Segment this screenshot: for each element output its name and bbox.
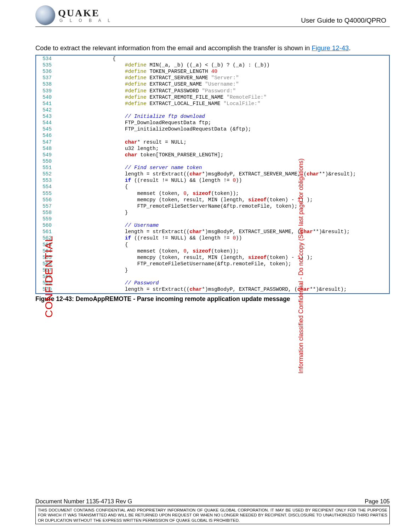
code-line: 542 (36, 107, 389, 113)
code-line: 549 char token[TOKEN_PARSER_LENGTH]; (36, 152, 389, 158)
code-line: 567 } (36, 267, 389, 273)
code-text: FTP_remoteFileSetServerName(&ftp.remoteF… (56, 203, 389, 209)
line-number: 551 (36, 164, 56, 171)
line-number: 544 (36, 120, 56, 126)
code-line: 539 #define EXTRACT_PASSWORD "Password:" (36, 88, 389, 94)
confidential-watermark-left: CONFIDENTIAL (43, 236, 55, 318)
page-number: Page 105 (365, 498, 390, 505)
line-number: 554 (36, 184, 56, 190)
code-text: char token[TOKEN_PARSER_LENGTH]; (56, 152, 389, 158)
code-line: 535 #define MIN(_a, _b) ((_a) < (_b) ? (… (36, 62, 389, 68)
code-line: 571 if ((result != NULL) && (length != 0… (36, 293, 389, 294)
line-number: 540 (36, 94, 56, 100)
code-line: 569 // Password (36, 280, 389, 286)
code-line: 536 #define TOKEN_PARSER_LENGTH 40 (36, 68, 389, 75)
code-text: #define EXTRACT_USER_NAME "Username:" (56, 81, 389, 87)
code-text: // Password (56, 280, 389, 286)
code-text: #define EXTRACT_LOCAL_FILE_NAME "LocalFi… (56, 100, 389, 107)
line-number: 543 (36, 113, 56, 120)
code-text (56, 158, 389, 164)
code-text: } (56, 267, 389, 273)
code-text (56, 107, 389, 113)
line-number: 553 (36, 177, 56, 184)
line-number: 559 (36, 216, 56, 222)
code-line: 551 // Find server name token (36, 164, 389, 171)
line-number: 537 (36, 75, 56, 81)
code-text (56, 273, 389, 280)
code-text: memset (token, 0, sizeof(token)); (56, 190, 389, 197)
code-line: 558 } (36, 209, 389, 216)
code-line: 563 { (36, 242, 389, 248)
code-line: 556 memcpy (token, result, MIN (length, … (36, 197, 389, 203)
figure-caption: Figure 12-43: DemoAppREMOTE - Parse inco… (35, 295, 390, 303)
line-number: 546 (36, 132, 56, 139)
line-number: 539 (36, 88, 56, 94)
code-line: 554 { (36, 184, 389, 190)
line-number: 552 (36, 171, 56, 177)
line-number: 538 (36, 81, 56, 87)
code-text: char* result = NULL; (56, 139, 389, 145)
code-text: // Find server name token (56, 164, 389, 171)
code-line: 561 length = strExtract((char*)msgBodyP,… (36, 229, 389, 235)
code-text: length = strExtract((char*)msgBodyP, EXT… (56, 286, 389, 293)
logo-main-text: QUAKE (58, 7, 113, 19)
line-number: 536 (36, 68, 56, 75)
code-text: if ((result != NULL) && (length != 0)) (56, 235, 389, 241)
code-text: FTP_DownloadRequestData ftp; (56, 120, 389, 126)
code-line: 540 #define EXTRACT_REMOTE_FILE_NAME "Re… (36, 94, 389, 100)
confidential-watermark-right: Information classified Confidential - Do… (298, 158, 305, 374)
code-text (56, 132, 389, 139)
code-line: 546 (36, 132, 389, 139)
code-line: 557 FTP_remoteFileSetServerName(&ftp.rem… (36, 203, 389, 209)
line-number: 542 (36, 107, 56, 113)
line-number: 541 (36, 100, 56, 107)
line-number: 535 (36, 62, 56, 68)
code-text: // Username (56, 222, 389, 229)
code-text: } (56, 209, 389, 216)
code-line: 555 memset (token, 0, sizeof(token)); (36, 190, 389, 197)
code-line: 564 memset (token, 0, sizeof(token)); (36, 248, 389, 254)
code-line: 566 FTP_remoteFileSetUsername(&ftp.remot… (36, 261, 389, 267)
logo-sub-text: G L O B A L (59, 18, 113, 23)
code-line: 538 #define EXTRACT_USER_NAME "Username:… (36, 81, 389, 87)
code-text: // Initialize ftp download (56, 113, 389, 120)
code-text: #define EXTRACT_REMOTE_FILE_NAME "Remote… (56, 94, 389, 100)
code-text: { (56, 56, 389, 62)
intro-period: . (349, 44, 350, 52)
code-text: length = strExtract((char*)msgBodyP, EXT… (56, 171, 389, 177)
line-number: 548 (36, 145, 56, 152)
code-text: #define EXTRACT_SERVER_NAME "Server:" (56, 75, 389, 81)
intro-text: Code to extract the relevant information… (35, 44, 312, 52)
code-line: 552 length = strExtract((char*)msgBodyP,… (36, 171, 389, 177)
code-text: #define MIN(_a, _b) ((_a) < (_b) ? (_a) … (56, 62, 389, 68)
line-number: 547 (36, 139, 56, 145)
code-text: FTP_initializeDownloadRequestData (&ftp)… (56, 126, 389, 132)
code-text: length = strExtract((char*)msgBodyP, EXT… (56, 229, 389, 235)
code-figure: 534{535 #define MIN(_a, _b) ((_a) < (_b)… (35, 55, 390, 294)
line-number: 558 (36, 209, 56, 216)
code-line: 568 (36, 273, 389, 280)
code-text: #define TOKEN_PARSER_LENGTH 40 (56, 68, 389, 75)
logo: QUAKE G L O B A L (35, 5, 113, 25)
code-line: 534{ (36, 56, 389, 62)
code-line: 548 u32 length; (36, 145, 389, 152)
code-text: { (56, 242, 389, 248)
line-number: 561 (36, 229, 56, 235)
line-number: 557 (36, 203, 56, 209)
line-number: 550 (36, 158, 56, 164)
code-line: 543 // Initialize ftp download (36, 113, 389, 120)
code-text: memcpy (token, result, MIN (length, size… (56, 254, 389, 261)
figure-link[interactable]: Figure 12-43 (312, 44, 349, 52)
code-line: 545 FTP_initializeDownloadRequestData (&… (36, 126, 389, 132)
code-line: 537 #define EXTRACT_SERVER_NAME "Server:… (36, 75, 389, 81)
intro-paragraph: Code to extract the relevant information… (35, 44, 390, 53)
line-number: 555 (36, 190, 56, 197)
code-line: 565 memcpy (token, result, MIN (length, … (36, 254, 389, 261)
code-text: u32 length; (56, 145, 389, 152)
code-text: if ((result != NULL) && (length != 0)) (56, 293, 389, 294)
code-line: 559 (36, 216, 389, 222)
code-line: 550 (36, 158, 389, 164)
page-footer: Document Number 1135-4713 Rev G Page 105… (35, 498, 390, 524)
line-number: 549 (36, 152, 56, 158)
line-number: 556 (36, 197, 56, 203)
